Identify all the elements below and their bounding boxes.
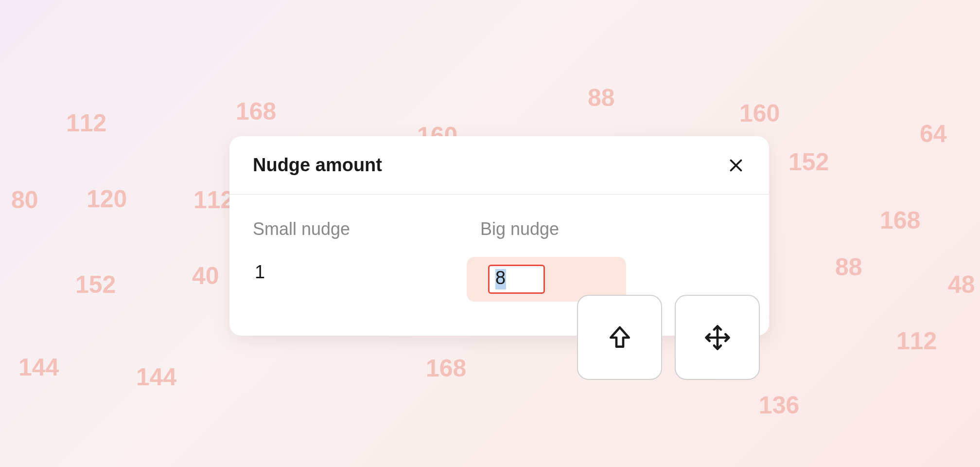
small-nudge-label: Small nudge xyxy=(253,219,441,239)
small-nudge-field: Small nudge 1 xyxy=(253,219,441,302)
background-number: 152 xyxy=(75,270,116,299)
big-nudge-label: Big nudge xyxy=(480,219,626,239)
big-nudge-field: Big nudge 8 xyxy=(480,219,626,302)
background-number: 168 xyxy=(236,97,276,126)
background-number: 144 xyxy=(136,363,176,391)
small-nudge-value[interactable]: 1 xyxy=(253,257,441,287)
close-icon xyxy=(727,157,745,174)
dialog-header: Nudge amount xyxy=(229,136,769,195)
big-nudge-input[interactable] xyxy=(488,265,545,294)
background-number: 80 xyxy=(11,186,38,214)
action-buttons xyxy=(577,295,760,380)
dialog-title: Nudge amount xyxy=(253,155,382,176)
background-number: 152 xyxy=(788,148,829,176)
background-number: 112 xyxy=(896,327,937,355)
background-number: 160 xyxy=(739,99,780,127)
background-number: 64 xyxy=(920,120,947,148)
background-number: 144 xyxy=(18,353,59,381)
background-number: 168 xyxy=(426,354,466,382)
move-arrows-icon xyxy=(704,324,731,351)
background-number: 112 xyxy=(193,186,234,214)
move-button[interactable] xyxy=(675,295,760,380)
background-number: 120 xyxy=(87,185,127,213)
background-number: 168 xyxy=(880,206,920,234)
background-number: 40 xyxy=(192,262,219,290)
shift-button[interactable] xyxy=(577,295,662,380)
background-number: 88 xyxy=(835,253,862,281)
background-number: 136 xyxy=(759,391,799,419)
close-button[interactable] xyxy=(726,156,746,175)
background-number: 112 xyxy=(66,109,106,137)
background-number: 88 xyxy=(588,84,615,112)
background-number: 48 xyxy=(948,270,975,299)
shift-arrow-up-icon xyxy=(606,324,633,351)
